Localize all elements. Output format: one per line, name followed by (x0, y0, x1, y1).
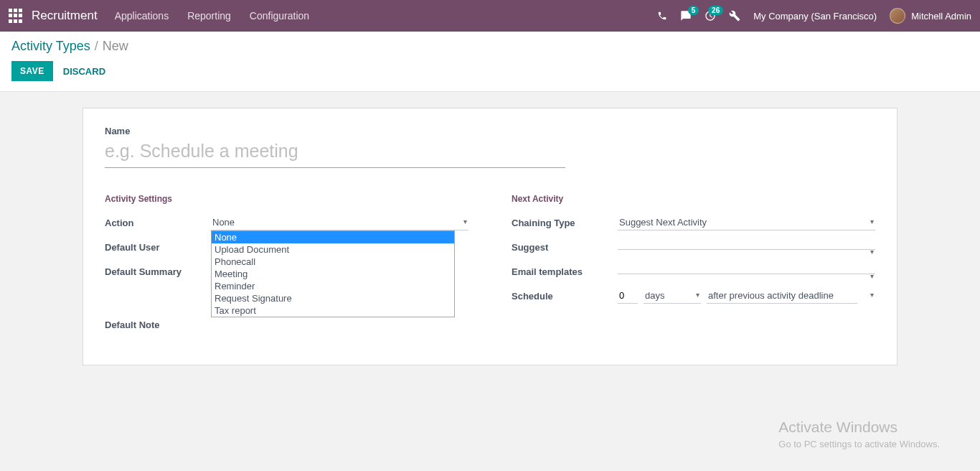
action-option-tax[interactable]: Tax report (212, 304, 454, 317)
nav-right: 5 26 My Company (San Francisco) Mitchell… (657, 8, 971, 24)
section-activity-settings: Activity Settings (105, 194, 468, 204)
action-bar: SAVE DISCARD (11, 61, 969, 81)
row-default-note: Default Note (105, 316, 468, 333)
email-templates-select[interactable] (618, 269, 875, 274)
debug-icon[interactable] (729, 10, 740, 22)
discard-button[interactable]: DISCARD (63, 66, 105, 77)
chaining-type-select[interactable]: Suggest Next Activity (618, 215, 875, 230)
nav-link-reporting[interactable]: Reporting (187, 10, 231, 22)
control-panel: Activity Types / New SAVE DISCARD (0, 32, 980, 92)
row-chaining-type: Chaining Type Suggest Next Activity ▾ (512, 214, 875, 231)
save-button[interactable]: SAVE (11, 61, 53, 81)
label-email-templates: Email templates (512, 266, 618, 277)
avatar (890, 8, 905, 24)
chat-icon[interactable]: 5 (680, 10, 692, 22)
activity-icon[interactable]: 26 (705, 10, 716, 22)
activate-windows-watermark: Activate Windows Go to PC settings to ac… (778, 419, 940, 449)
row-email-templates: Email templates ▾ (512, 263, 875, 280)
action-option-upload[interactable]: Upload Document (212, 243, 454, 256)
row-schedule: Schedule days ▾ after previous activity … (512, 287, 875, 304)
breadcrumb-sep: / (95, 39, 98, 54)
nav-link-applications[interactable]: Applications (115, 10, 169, 22)
row-suggest: Suggest ▾ (512, 238, 875, 256)
action-select[interactable]: None (211, 215, 468, 230)
right-column: Next Activity Chaining Type Suggest Next… (512, 194, 875, 340)
action-option-none[interactable]: None (212, 231, 454, 243)
company-selector[interactable]: My Company (San Francisco) (753, 11, 877, 22)
apps-icon[interactable] (9, 9, 23, 23)
label-default-note: Default Note (105, 320, 211, 330)
label-default-summary: Default Summary (105, 266, 211, 277)
section-next-activity: Next Activity (512, 194, 875, 204)
name-input[interactable] (105, 136, 565, 168)
user-menu[interactable]: Mitchell Admin (890, 8, 971, 24)
top-nav: Recruitment Applications Reporting Confi… (0, 0, 980, 32)
user-name: Mitchell Admin (911, 11, 971, 22)
caret-icon: ▾ (870, 291, 874, 299)
sheet-wrapper: Name Activity Settings Action None ▾ Non… (0, 92, 980, 381)
app-brand[interactable]: Recruitment (32, 9, 98, 23)
phone-icon[interactable] (657, 11, 667, 21)
name-label: Name (105, 126, 875, 136)
breadcrumb-current: New (103, 39, 128, 54)
watermark-line2: Go to PC settings to activate Windows. (778, 439, 940, 449)
form-sheet: Name Activity Settings Action None ▾ Non… (83, 108, 897, 365)
chat-badge: 5 (688, 6, 699, 15)
label-schedule: Schedule (512, 291, 618, 302)
suggest-select[interactable] (618, 245, 875, 250)
nav-link-configuration[interactable]: Configuration (250, 10, 309, 22)
activity-badge: 26 (708, 6, 723, 15)
schedule-unit-select[interactable]: days (644, 288, 701, 304)
label-suggest: Suggest (512, 242, 618, 253)
label-default-user: Default User (105, 242, 211, 253)
left-column: Activity Settings Action None ▾ None Upl… (105, 194, 468, 340)
breadcrumb: Activity Types / New (11, 39, 969, 54)
label-chaining-type: Chaining Type (512, 218, 618, 228)
schedule-count-input[interactable] (618, 288, 638, 304)
breadcrumb-parent[interactable]: Activity Types (11, 39, 90, 54)
action-option-signature[interactable]: Request Signature (212, 292, 454, 304)
row-action: Action None ▾ None Upload Document Phone… (105, 214, 468, 231)
action-option-phonecall[interactable]: Phonecall (212, 256, 454, 268)
action-dropdown: None Upload Document Phonecall Meeting R… (211, 230, 455, 317)
label-action: Action (105, 218, 211, 228)
action-option-reminder[interactable]: Reminder (212, 280, 454, 292)
nav-links: Applications Reporting Configuration (115, 10, 309, 22)
watermark-line1: Activate Windows (778, 419, 940, 436)
schedule-relation-select[interactable]: after previous activity deadline (707, 288, 857, 304)
action-option-meeting[interactable]: Meeting (212, 268, 454, 280)
